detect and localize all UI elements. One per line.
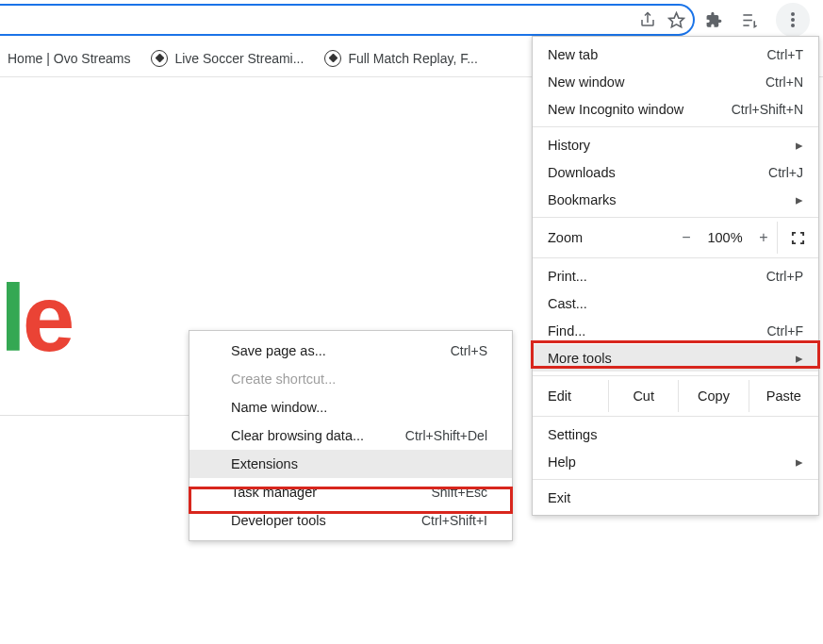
extensions-puzzle-icon[interactable] <box>704 10 723 29</box>
submenu-extensions[interactable]: Extensions <box>189 450 512 478</box>
menu-label: New Incognito window <box>548 102 732 117</box>
google-logo-fragment: l e <box>0 264 71 372</box>
menu-label: Settings <box>548 427 803 442</box>
edit-cut-button[interactable]: Cut <box>608 380 678 412</box>
fullscreen-button[interactable] <box>777 222 818 254</box>
menu-shortcut: Ctrl+Shift+Del <box>405 428 487 443</box>
toolbar-icons <box>700 3 819 37</box>
bookmark-label: Live Soccer Streami... <box>174 51 304 66</box>
edit-paste-button[interactable]: Paste <box>749 380 818 412</box>
menu-label: Developer tools <box>231 513 421 528</box>
chrome-main-menu: New tab Ctrl+T New window Ctrl+N New Inc… <box>532 36 819 516</box>
menu-label: Save page as... <box>231 343 451 358</box>
menu-shortcut: Ctrl+Shift+I <box>421 513 487 528</box>
logo-letter-l: l <box>0 264 23 372</box>
menu-exit[interactable]: Exit <box>533 484 818 511</box>
bookmark-item[interactable]: Home | Ovo Streams <box>8 51 130 66</box>
menu-label: More tools <box>548 351 796 366</box>
menu-bookmarks[interactable]: Bookmarks ▸ <box>533 186 818 213</box>
menu-shortcut: Shift+Esc <box>431 485 487 500</box>
browser-toolbar <box>0 0 823 40</box>
chevron-right-icon: ▸ <box>796 138 803 153</box>
menu-cast[interactable]: Cast... <box>533 289 818 317</box>
menu-label: Print... <box>548 269 766 284</box>
bookmark-item[interactable]: Full Match Replay, F... <box>324 50 477 67</box>
menu-label: History <box>548 138 796 153</box>
menu-label: Cast... <box>548 296 803 311</box>
logo-letter-e: e <box>23 264 72 372</box>
menu-label: Help <box>548 454 796 470</box>
bookmark-label: Home | Ovo Streams <box>8 51 130 66</box>
chevron-right-icon: ▸ <box>796 351 803 366</box>
menu-shortcut: Ctrl+F <box>767 323 804 339</box>
menu-label: Zoom <box>548 230 673 245</box>
menu-new-incognito[interactable]: New Incognito window Ctrl+Shift+N <box>533 95 818 123</box>
submenu-save-page[interactable]: Save page as... Ctrl+S <box>189 337 512 365</box>
menu-separator <box>533 126 818 127</box>
svg-point-6 <box>791 24 795 27</box>
menu-label: Bookmarks <box>548 192 796 207</box>
menu-settings[interactable]: Settings <box>533 421 818 448</box>
menu-label: Task manager <box>231 485 431 500</box>
menu-separator <box>533 217 818 218</box>
menu-new-tab[interactable]: New tab Ctrl+T <box>533 41 818 68</box>
menu-shortcut: Ctrl+P <box>766 269 803 284</box>
submenu-task-manager[interactable]: Task manager Shift+Esc <box>189 478 512 506</box>
menu-separator <box>533 257 818 258</box>
menu-zoom-row: Zoom − 100% + <box>533 222 818 254</box>
menu-history[interactable]: History ▸ <box>533 131 818 158</box>
menu-more-tools[interactable]: More tools ▸ <box>533 344 818 372</box>
menu-label: Create shortcut... <box>231 372 487 387</box>
menu-print[interactable]: Print... Ctrl+P <box>533 262 818 289</box>
menu-label: Clear browsing data... <box>231 428 405 443</box>
menu-shortcut: Ctrl+J <box>768 165 803 180</box>
menu-separator <box>533 416 818 417</box>
content-divider <box>0 415 189 462</box>
submenu-clear-browsing-data[interactable]: Clear browsing data... Ctrl+Shift+Del <box>189 421 512 450</box>
address-bar[interactable] <box>0 4 695 36</box>
share-icon[interactable] <box>638 10 657 29</box>
edit-copy-button[interactable]: Copy <box>678 380 748 412</box>
menu-label: Extensions <box>231 456 487 471</box>
menu-label: New tab <box>548 47 767 62</box>
menu-label: Name window... <box>231 400 487 415</box>
bookmark-label: Full Match Replay, F... <box>348 51 477 66</box>
menu-shortcut: Ctrl+Shift+N <box>732 102 803 117</box>
zoom-in-button[interactable]: + <box>750 229 777 246</box>
svg-marker-0 <box>668 12 683 26</box>
star-icon[interactable] <box>667 10 685 29</box>
chrome-menu-button[interactable] <box>776 3 810 37</box>
zoom-out-button[interactable]: − <box>673 229 700 246</box>
submenu-create-shortcut: Create shortcut... <box>189 365 512 393</box>
menu-help[interactable]: Help ▸ <box>533 448 818 475</box>
menu-separator <box>533 479 818 480</box>
reading-list-icon[interactable] <box>740 10 759 29</box>
menu-label: New window <box>548 74 765 90</box>
menu-new-window[interactable]: New window Ctrl+N <box>533 68 818 95</box>
chevron-right-icon: ▸ <box>796 454 803 470</box>
zoom-percent: 100% <box>700 230 750 245</box>
more-tools-submenu: Save page as... Ctrl+S Create shortcut..… <box>189 330 513 541</box>
menu-label: Downloads <box>548 165 768 180</box>
submenu-developer-tools[interactable]: Developer tools Ctrl+Shift+I <box>189 506 512 535</box>
soccer-icon <box>151 50 168 67</box>
menu-edit-row: Edit Cut Copy Paste <box>533 380 818 412</box>
menu-shortcut: Ctrl+T <box>767 47 804 62</box>
chevron-right-icon: ▸ <box>796 192 803 207</box>
svg-point-5 <box>791 18 795 22</box>
menu-find[interactable]: Find... Ctrl+F <box>533 317 818 344</box>
menu-shortcut: Ctrl+S <box>451 343 487 358</box>
svg-point-4 <box>791 12 795 16</box>
submenu-name-window[interactable]: Name window... <box>189 393 512 421</box>
bookmark-item[interactable]: Live Soccer Streami... <box>151 50 304 67</box>
menu-label: Find... <box>548 323 767 339</box>
menu-label: Edit <box>533 388 608 404</box>
menu-shortcut: Ctrl+N <box>765 74 803 90</box>
menu-separator <box>533 375 818 376</box>
soccer-icon <box>324 50 341 67</box>
menu-label: Exit <box>548 490 803 505</box>
menu-downloads[interactable]: Downloads Ctrl+J <box>533 158 818 186</box>
